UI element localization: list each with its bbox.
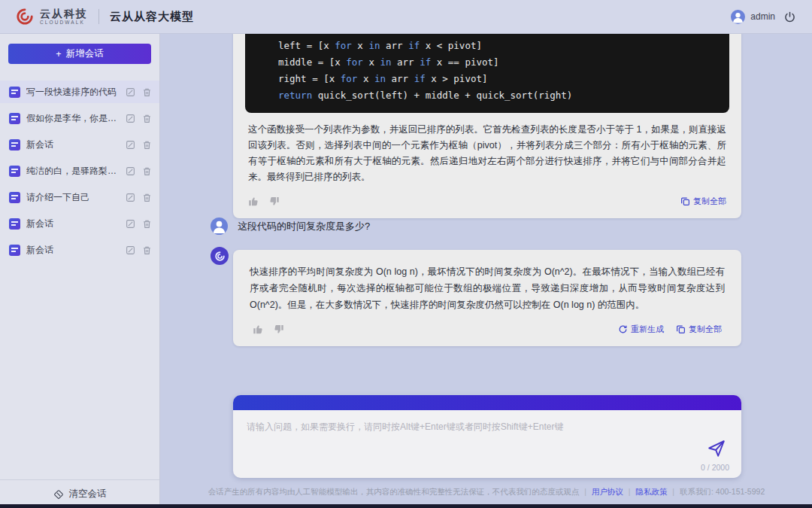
- thumbs-down-icon[interactable]: [273, 324, 284, 335]
- edit-icon[interactable]: [125, 139, 135, 150]
- copy-all-button[interactable]: 复制全部: [676, 324, 722, 335]
- conversation-title: 请介绍一下自己: [26, 191, 119, 204]
- page-title: 云从从容大模型: [110, 10, 194, 24]
- code-line: return quick_sort(left) + middle + quick…: [278, 87, 729, 104]
- sidebar-item-conversation-5[interactable]: 请介绍一下自己: [0, 186, 159, 208]
- chat-doc-icon: [9, 192, 20, 203]
- assistant-reply-text: 快速排序的平均时间复杂度为 O(n log n)，最坏情况下的时间复杂度为 O(…: [250, 263, 725, 313]
- thumbs-down-icon[interactable]: [268, 196, 280, 207]
- message-composer: 0 / 2000: [233, 395, 741, 478]
- footer-disclaimer: 会话产生的所有内容均由人工智能模型输出，其内容的准确性和完整性无法保证，不代表我…: [161, 487, 812, 497]
- trash-icon[interactable]: [141, 139, 152, 150]
- thumbs-up-icon[interactable]: [248, 196, 259, 207]
- message-input[interactable]: [233, 410, 741, 457]
- sidebar-item-conversation-2[interactable]: 假如你是李华，你是一...: [0, 107, 159, 129]
- brand-name-cn: 云从科技: [40, 8, 88, 19]
- assistant-explanation-text: 这个函数接受一个列表作为参数，并返回已排序的列表。它首先检查列表的长度是否小于等…: [248, 122, 726, 185]
- trash-icon[interactable]: [141, 87, 152, 97]
- brand-logo-group: 云从科技 CLOUDWALK: [0, 7, 88, 26]
- refresh-icon: [618, 324, 628, 334]
- conversation-title: 假如你是李华，你是一...: [26, 112, 119, 125]
- chat-doc-icon: [9, 139, 20, 151]
- edit-icon[interactable]: [125, 245, 135, 255]
- conversation-title: 新会话: [26, 217, 119, 230]
- sidebar-item-conversation-6[interactable]: 新会话: [0, 212, 159, 235]
- chat-doc-icon: [9, 87, 20, 98]
- header-divider: [98, 9, 99, 24]
- eraser-icon: [53, 489, 64, 500]
- send-icon[interactable]: [707, 439, 726, 458]
- new-chat-label: 新增会话: [66, 47, 104, 60]
- trash-icon[interactable]: [141, 245, 152, 255]
- trash-icon[interactable]: [141, 192, 152, 202]
- top-header: 云从科技 CLOUDWALK 云从从容大模型 admin: [0, 0, 812, 34]
- regenerate-label: 重新生成: [631, 324, 664, 335]
- char-counter: 0 / 2000: [701, 463, 729, 472]
- username-label: admin: [750, 11, 775, 22]
- copy-all-label: 复制全部: [689, 324, 722, 335]
- chat-doc-icon: [9, 113, 20, 124]
- conversation-title: 新会话: [26, 244, 119, 257]
- chat-area: left = [x for x in arr if x < pivot] mid…: [161, 34, 812, 508]
- thumbs-up-icon[interactable]: [253, 324, 264, 335]
- brand-name-en: CLOUDWALK: [40, 20, 88, 26]
- edit-icon[interactable]: [125, 192, 135, 202]
- disclaimer-text: 会话产生的所有内容均由人工智能模型输出，其内容的准确性和完整性无法保证，不代表我…: [208, 487, 580, 496]
- trash-icon[interactable]: [141, 166, 152, 176]
- composer-accent-bar: [233, 395, 741, 410]
- conversation-list: 写一段快速排序的代码 假如你是李华，你是一... 新会话 纯洁的白，是驿路梨花.…: [0, 81, 159, 265]
- chat-doc-icon: [9, 245, 20, 256]
- regenerate-button[interactable]: 重新生成: [618, 324, 664, 335]
- code-line: left = [x for x in arr if x < pivot]: [278, 38, 729, 54]
- separator: |: [584, 487, 586, 496]
- chat-doc-icon: [9, 166, 20, 177]
- conversation-title: 新会话: [26, 138, 119, 151]
- sidebar: + 新增会话 写一段快速排序的代码 假如你是李华，你是一... 新会话: [0, 34, 160, 508]
- bottom-letterbox: [0, 504, 812, 508]
- conversation-title: 写一段快速排序的代码: [26, 86, 119, 99]
- sidebar-item-conversation-3[interactable]: 新会话: [0, 133, 159, 156]
- plus-icon: +: [56, 49, 61, 59]
- terms-link[interactable]: 用户协议: [592, 487, 623, 496]
- separator: |: [629, 487, 631, 496]
- edit-icon[interactable]: [125, 166, 135, 176]
- privacy-link[interactable]: 隐私政策: [635, 487, 667, 496]
- trash-icon[interactable]: [141, 113, 152, 123]
- app-window: 云从科技 CLOUDWALK 云从从容大模型 admin + 新增会话: [0, 0, 812, 508]
- user-message-row: 这段代码的时间复杂度是多少?: [211, 217, 370, 235]
- code-block: left = [x for x in arr if x < pivot] mid…: [245, 34, 729, 113]
- copy-all-button[interactable]: 复制全部: [680, 196, 726, 207]
- logout-power-icon[interactable]: [784, 11, 795, 23]
- conversation-title: 纯洁的白，是驿路梨花...: [26, 165, 119, 178]
- sidebar-item-conversation-7[interactable]: 新会话: [0, 239, 159, 261]
- assistant-message-card-complexity: 快速排序的平均时间复杂度为 O(n log n)，最坏情况下的时间复杂度为 O(…: [233, 250, 741, 346]
- copy-all-label: 复制全部: [693, 196, 726, 207]
- separator: |: [672, 487, 674, 496]
- sidebar-item-conversation-4[interactable]: 纯洁的白，是驿路梨花...: [0, 160, 159, 182]
- sidebar-item-conversation-1[interactable]: 写一段快速排序的代码: [0, 81, 159, 103]
- copy-icon: [680, 196, 690, 206]
- edit-icon[interactable]: [125, 87, 135, 97]
- code-line: middle = [x for x in arr if x == pivot]: [278, 54, 729, 71]
- cloudwalk-logo-icon: [15, 7, 35, 26]
- edit-icon[interactable]: [125, 218, 135, 229]
- trash-icon[interactable]: [141, 218, 152, 229]
- copy-icon: [676, 324, 686, 334]
- user-avatar: [211, 217, 228, 235]
- assistant-message-card-code: left = [x for x in arr if x < pivot] mid…: [233, 34, 741, 218]
- code-line: right = [x for x in arr if x > pivot]: [278, 71, 729, 87]
- new-chat-button[interactable]: + 新增会话: [8, 44, 151, 64]
- chat-doc-icon: [9, 218, 20, 230]
- user-question-text: 这段代码的时间复杂度是多少?: [238, 220, 370, 233]
- assistant-avatar: [211, 247, 229, 265]
- edit-icon[interactable]: [125, 113, 135, 123]
- contact-text: 联系我们: 400-151-5992: [680, 487, 765, 496]
- user-avatar[interactable]: [731, 10, 745, 24]
- clear-conversations-label: 清空会话: [69, 488, 107, 500]
